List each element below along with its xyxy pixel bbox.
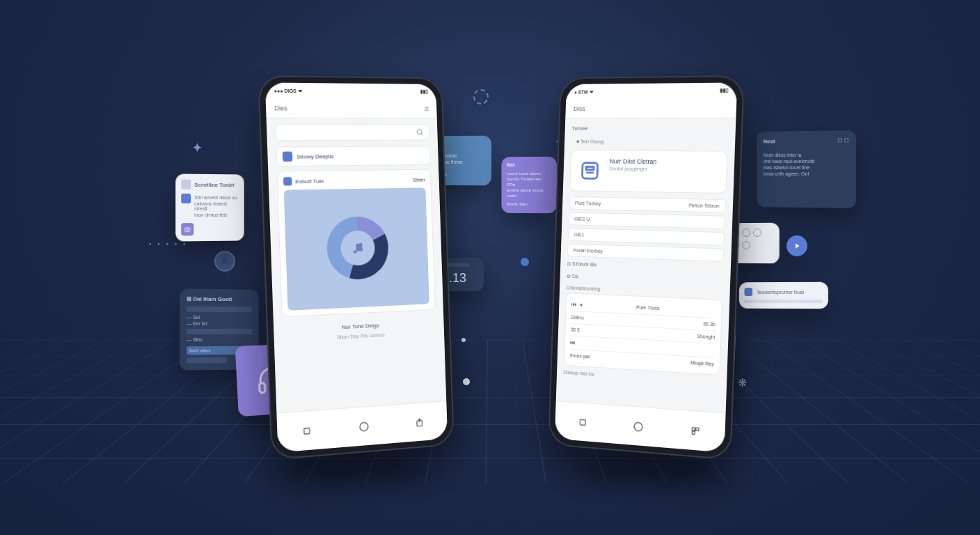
breadcrumb: Tursee xyxy=(571,125,729,132)
svg-rect-19 xyxy=(696,428,699,431)
nav-share[interactable] xyxy=(412,414,427,430)
rewind-icon[interactable]: ◂ xyxy=(579,302,582,308)
next-icon[interactable]: ⏭ xyxy=(570,339,576,346)
control-dot xyxy=(742,228,750,237)
input-placeholder xyxy=(187,307,252,313)
control-dot xyxy=(742,241,750,249)
header-title: Diss xyxy=(574,105,585,112)
phone-left: ●●● DIGS ⏷ ▮▮▯ Dies ≡ Strowy Deeplis xyxy=(258,75,455,460)
nav-back[interactable] xyxy=(299,422,315,439)
dots-trail: • • • • • xyxy=(149,240,188,248)
data-row[interactable]: Pure TudseyPetrun Tebron xyxy=(569,196,726,213)
avatar-decoration xyxy=(214,251,235,272)
svg-point-8 xyxy=(417,130,422,134)
hero-card: Nurr Diiet Cletran Dootur posgengrn xyxy=(569,150,727,194)
pill-badge: Shonghi xyxy=(697,334,715,339)
control-label: Emris yan xyxy=(570,353,591,359)
svg-point-2 xyxy=(187,228,188,231)
camera-icon xyxy=(181,223,193,235)
section-header: ■ Tein Osoug xyxy=(571,136,728,148)
svg-rect-15 xyxy=(586,166,594,169)
float-card-list: Scrotline Tunirt Stln acvedl dasui oucni… xyxy=(175,173,244,241)
card-title: Nst xyxy=(507,162,551,167)
svg-rect-4 xyxy=(259,383,265,393)
square-icon xyxy=(181,194,191,203)
ring-decoration xyxy=(473,89,489,104)
float-row-card: Teodemtoprumer Nuai xyxy=(739,282,828,309)
status-bar: ● STM ⏷ ▮▮▯ xyxy=(566,82,737,99)
svg-rect-11 xyxy=(303,428,309,434)
dot-decoration xyxy=(463,378,470,385)
thumbnail-icon xyxy=(283,177,292,185)
app-header: Dies ≡ xyxy=(266,98,437,118)
card-title: Nest xyxy=(764,138,775,144)
section-label: ■ Tein Osoug xyxy=(576,139,604,144)
prev-icon[interactable]: ⏮ xyxy=(571,301,577,307)
header-title: Dies xyxy=(274,104,287,111)
svg-point-0 xyxy=(223,258,227,261)
phone-shadow xyxy=(285,460,425,481)
toggle-row[interactable]: ⊘ Csi xyxy=(567,272,723,288)
nav-back[interactable] xyxy=(575,414,590,430)
control-label: Ddlrro xyxy=(571,315,583,320)
search-bar[interactable] xyxy=(275,124,429,141)
window-controls: ▢ ▢ xyxy=(838,137,849,148)
search-icon xyxy=(416,128,424,137)
float-dark-text-card: Nest ▢ ▢ Nrsh dtlois Inter ia dnlt toels… xyxy=(757,130,856,208)
nav-recent[interactable] xyxy=(688,422,704,439)
svg-rect-16 xyxy=(580,419,585,425)
nav-home[interactable] xyxy=(631,418,646,435)
svg-rect-18 xyxy=(693,427,695,430)
play-button[interactable] xyxy=(787,235,807,256)
play-icon xyxy=(793,242,801,250)
control-value: Mioge Rey xyxy=(690,360,714,366)
phone-right: ● STM ⏷ ▮▮▯ Diss Tursee ■ Tein Osoug Nur… xyxy=(548,75,745,460)
album-art xyxy=(284,187,429,310)
card-title: ⊞ Dal Itiam Gooti xyxy=(187,295,252,302)
player-card: Evburt Tuin Stren xyxy=(276,169,435,318)
square-icon xyxy=(745,288,753,296)
dot-decoration xyxy=(461,338,466,342)
label: Scrotline Tunirt xyxy=(194,181,234,187)
app-header: Diss xyxy=(565,98,736,118)
progress-ring xyxy=(326,216,389,281)
svg-rect-20 xyxy=(693,431,695,434)
input-placeholder xyxy=(187,357,226,364)
counter-value: .13 xyxy=(449,271,466,286)
hero-subtitle: Dootur posgengrn xyxy=(609,166,656,171)
svg-point-12 xyxy=(360,422,368,431)
status-icons: ▮▮▯ xyxy=(419,89,429,95)
thumbnail-icon xyxy=(283,152,293,162)
pill-badge: 35 3h xyxy=(703,321,716,327)
hero-icon xyxy=(577,157,603,184)
menu-icon[interactable]: ≡ xyxy=(424,104,429,114)
status-time: ● STM ⏷ xyxy=(574,89,594,94)
status-icons: ▮▮▯ xyxy=(718,88,729,93)
control-label: Poer Trons xyxy=(636,305,660,311)
data-row[interactable]: Poran Elorbey xyxy=(567,244,725,262)
data-row[interactable]: GlE1 xyxy=(568,228,725,245)
svg-rect-14 xyxy=(582,163,597,179)
status-bar: ●●● DIGS ⏷ ▮▮▯ xyxy=(265,82,436,99)
status-time: ●●● DIGS ⏷ xyxy=(274,88,302,93)
list-row[interactable]: Strowy Deeplis xyxy=(276,146,430,166)
control-dot xyxy=(753,228,761,237)
nav-home[interactable] xyxy=(356,418,372,435)
dot-decoration xyxy=(521,258,529,266)
label: Teodemtoprumer Nuai xyxy=(757,289,804,294)
svg-point-17 xyxy=(634,422,642,431)
svg-point-9 xyxy=(354,250,357,254)
music-note-icon xyxy=(350,240,365,256)
phone-shadow xyxy=(578,460,717,481)
data-row[interactable]: GlES U xyxy=(569,212,726,230)
row-label: Strowy Deeplis xyxy=(297,153,334,160)
input-placeholder xyxy=(187,329,252,334)
sparkle-icon: ❋ xyxy=(738,376,747,389)
card-title: Evburt Tuin xyxy=(295,178,324,185)
float-purple-card: Nst Loonz tusut pieorn Sounls Tronrelxet… xyxy=(501,157,557,213)
hero-title: Nurr Diiet Cletran xyxy=(610,157,657,165)
svg-rect-1 xyxy=(185,228,190,232)
card-action[interactable]: Stren xyxy=(413,176,425,183)
plus-icon: ✦ xyxy=(191,139,203,156)
